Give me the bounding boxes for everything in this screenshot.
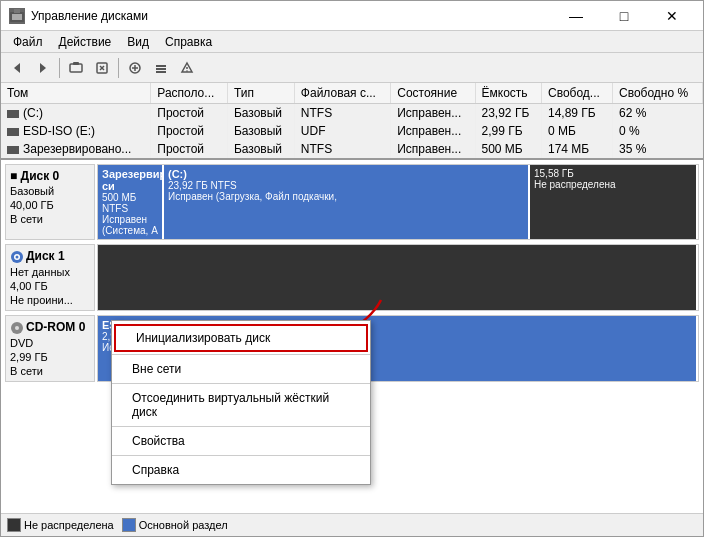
menu-bar: Файл Действие Вид Справка [1, 31, 703, 53]
disk1-partitions[interactable] [97, 244, 699, 311]
disk0-unalloc-label: Не распределена [534, 179, 692, 190]
menu-action[interactable]: Действие [51, 33, 120, 51]
toolbar-btn4[interactable] [90, 56, 114, 80]
col-volume: Том [1, 83, 151, 104]
cell-2-5: 500 МБ [475, 140, 541, 158]
svg-rect-2 [14, 9, 20, 13]
svg-rect-5 [70, 64, 82, 72]
disk-icon [7, 110, 19, 118]
toolbar-sep2 [118, 58, 119, 78]
svg-rect-13 [156, 65, 166, 67]
cell-2-7: 35 % [613, 140, 703, 158]
disk0-status: В сети [10, 213, 90, 225]
menu-file[interactable]: Файл [5, 33, 51, 51]
cell-0-2: Базовый [227, 104, 294, 123]
disk1-status: Не проини... [10, 294, 90, 306]
col-free: Свобод... [542, 83, 613, 104]
disk1-size: 4,00 ГБ [10, 280, 90, 292]
table-row[interactable]: (C:)ПростойБазовыйNTFSИсправен...23,92 Г… [1, 104, 703, 123]
disk0-name: ■ Диск 0 [10, 169, 90, 183]
legend-unalloc: Не распределена [7, 518, 114, 532]
col-type: Тип [227, 83, 294, 104]
cell-1-5: 2,99 ГБ [475, 122, 541, 140]
toolbar [1, 53, 703, 83]
legend-unalloc-box [7, 518, 21, 532]
disk0-type: Базовый [10, 185, 90, 197]
disk0-c-size: 23,92 ГБ NTFS [168, 180, 524, 191]
cell-2-0: Зарезервировано... [1, 140, 151, 158]
disk0-c-partition[interactable]: (C:) 23,92 ГБ NTFS Исправен (Загрузка, Ф… [164, 165, 530, 239]
cell-2-6: 174 МБ [542, 140, 613, 158]
back-button[interactable] [5, 56, 29, 80]
cdrom0-status: В сети [10, 365, 90, 377]
svg-point-23 [15, 326, 19, 330]
svg-marker-3 [14, 63, 20, 73]
disk-icon [7, 128, 19, 136]
disk1-name: Диск 1 [10, 249, 90, 264]
svg-rect-6 [73, 62, 79, 65]
table-row[interactable]: Зарезервировано...ПростойБазовыйNTFSИспр… [1, 140, 703, 158]
toolbar-btn5[interactable] [123, 56, 147, 80]
cell-1-6: 0 МБ [542, 122, 613, 140]
toolbar-btn3[interactable] [64, 56, 88, 80]
disk-view-wrapper: ■ Диск 0 Базовый 40,00 ГБ В сети Зарезер… [1, 160, 703, 513]
cell-2-2: Базовый [227, 140, 294, 158]
disk0-reserved-name: Зарезервировано си [102, 168, 158, 192]
col-status: Состояние [391, 83, 475, 104]
disk0-unalloc-size: 15,58 ГБ [534, 168, 692, 179]
main-content: Том Располо... Тип Файловая с... Состоян… [1, 83, 703, 536]
disk1-row: Диск 1 Нет данных 4,00 ГБ Не проини... [5, 244, 699, 311]
window-controls: — □ ✕ [553, 1, 695, 31]
toolbar-btn6[interactable] [149, 56, 173, 80]
disk0-c-name: (C:) [168, 168, 524, 180]
context-menu-sep3 [112, 426, 370, 427]
cell-1-3: UDF [294, 122, 390, 140]
title-bar: Управление дисками — □ ✕ [1, 1, 703, 31]
cell-2-1: Простой [151, 140, 228, 158]
col-freepct: Свободно % [613, 83, 703, 104]
context-menu-detach[interactable]: Отсоединить виртуальный жёсткий диск [112, 386, 370, 424]
svg-rect-14 [156, 68, 166, 70]
legend: Не распределена Основной раздел [1, 513, 703, 536]
cell-0-1: Простой [151, 104, 228, 123]
menu-help[interactable]: Справка [157, 33, 220, 51]
disk-view-area[interactable]: ■ Диск 0 Базовый 40,00 ГБ В сети Зарезер… [1, 160, 703, 513]
context-menu-help[interactable]: Справка [112, 458, 370, 482]
context-menu-init[interactable]: Инициализировать диск [114, 324, 368, 352]
toolbar-sep1 [59, 58, 60, 78]
disk0-row: ■ Диск 0 Базовый 40,00 ГБ В сети Зарезер… [5, 164, 699, 240]
disk0-size: 40,00 ГБ [10, 199, 90, 211]
cell-2-3: NTFS [294, 140, 390, 158]
window-icon [9, 8, 25, 24]
legend-primary-label: Основной раздел [139, 519, 228, 531]
cell-1-4: Исправен... [391, 122, 475, 140]
toolbar-btn7[interactable] [175, 56, 199, 80]
cell-0-3: NTFS [294, 104, 390, 123]
main-window: Управление дисками — □ ✕ Файл Действие В… [0, 0, 704, 537]
cell-0-4: Исправен... [391, 104, 475, 123]
disk-icon [7, 146, 19, 154]
window-title: Управление дисками [31, 9, 553, 23]
disk0-partitions: Зарезервировано си 500 МБ NTFS Исправен … [97, 164, 699, 240]
disk0-unalloc-partition[interactable]: 15,58 ГБ Не распределена [530, 165, 698, 239]
forward-button[interactable] [31, 56, 55, 80]
context-menu-sep2 [112, 383, 370, 384]
cell-1-0: ESD-ISO (E:) [1, 122, 151, 140]
context-menu-properties[interactable]: Свойства [112, 429, 370, 453]
disk1-type: Нет данных [10, 266, 90, 278]
context-menu-offline[interactable]: Вне сети [112, 357, 370, 381]
cell-1-1: Простой [151, 122, 228, 140]
minimize-button[interactable]: — [553, 1, 599, 31]
cell-0-0: (C:) [1, 104, 151, 123]
svg-rect-1 [12, 14, 22, 20]
disk1-unalloc-partition[interactable] [98, 245, 698, 310]
maximize-button[interactable]: □ [601, 1, 647, 31]
svg-point-18 [186, 70, 188, 72]
table-row[interactable]: ESD-ISO (E:)ПростойБазовыйUDFИсправен...… [1, 122, 703, 140]
menu-view[interactable]: Вид [119, 33, 157, 51]
disk0-reserved-partition[interactable]: Зарезервировано си 500 МБ NTFS Исправен … [98, 165, 164, 239]
legend-unalloc-label: Не распределена [24, 519, 114, 531]
legend-primary: Основной раздел [122, 518, 228, 532]
disk0-label: ■ Диск 0 Базовый 40,00 ГБ В сети [5, 164, 95, 240]
close-button[interactable]: ✕ [649, 1, 695, 31]
